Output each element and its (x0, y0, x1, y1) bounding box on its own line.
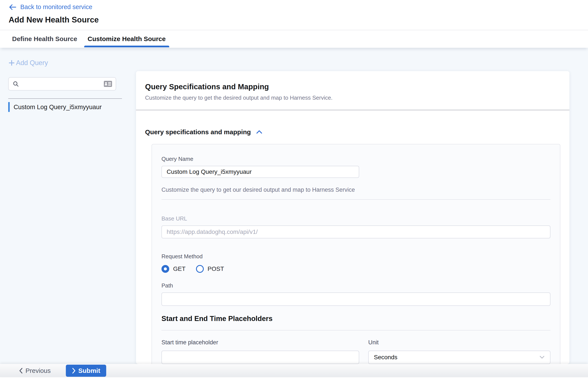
unit-label: Unit (368, 339, 551, 346)
base-url-input[interactable] (161, 226, 551, 238)
path-input[interactable] (161, 292, 551, 306)
page-title: Add New Health Source (9, 15, 588, 24)
radio-unselected-icon (196, 265, 204, 273)
back-arrow-icon (9, 4, 17, 10)
chevron-up-icon[interactable] (256, 130, 262, 134)
query-item-label: Custom Log Query_i5xmyyuaur (14, 104, 102, 111)
query-search-box (8, 77, 116, 91)
sidebar-divider (8, 98, 122, 99)
query-list: Custom Log Query_i5xmyyuaur (8, 100, 122, 114)
back-to-monitored-service-link[interactable]: Back to monitored service (9, 3, 588, 11)
section-header[interactable]: Query specifications and mapping (145, 128, 560, 136)
query-sidebar: Add Query Custom Log Query_i5xmyyuaur (0, 48, 136, 364)
time-placeholders-heading: Start and End Time Placeholders (161, 315, 551, 323)
chevron-left-icon (19, 367, 23, 374)
header-top: Back to monitored service Add New Health… (0, 0, 588, 30)
radio-label: POST (208, 266, 224, 272)
tab-label: Define Health Source (12, 35, 77, 43)
chevron-down-icon (539, 355, 545, 359)
radio-option-get[interactable]: GET (161, 265, 186, 273)
plus-icon (8, 59, 15, 66)
tab-define-health-source[interactable]: Define Health Source (12, 30, 77, 47)
card-title: Query Specifications and Mapping (145, 82, 560, 91)
query-name-label: Query Name (161, 156, 551, 162)
tab-bar: Define Health Source Customize Health So… (0, 30, 588, 47)
base-url-label: Base URL (161, 215, 551, 222)
card-header-divider (136, 110, 570, 110)
search-icon (13, 81, 19, 87)
query-name-helper-text: Customize the query to get our desired o… (161, 187, 551, 193)
request-method-label: Request Method (161, 253, 551, 260)
unit-select-value: Seconds (374, 354, 539, 361)
submit-button-label: Submit (78, 367, 100, 374)
selected-query-indicator (8, 102, 10, 112)
unit-field: Unit Seconds (368, 339, 551, 364)
tab-label: Customize Health Source (88, 35, 166, 43)
time-placeholder-row: Start time placeholder Unit Seconds (161, 339, 551, 364)
path-label: Path (161, 282, 551, 289)
card-body: Query specifications and mapping Query N… (136, 128, 570, 364)
section-title: Query specifications and mapping (145, 128, 251, 136)
form-divider (161, 330, 551, 330)
request-method-radio-group: GET POST (161, 265, 551, 273)
content-area: Add Query Custom Log Query_i5xmyyuaur (0, 48, 588, 364)
start-time-label: Start time placeholder (161, 339, 359, 346)
radio-label: GET (173, 266, 186, 272)
query-search-input[interactable] (22, 81, 104, 87)
active-tab-underline (84, 46, 169, 47)
submit-button[interactable]: Submit (66, 365, 106, 377)
tab-customize-health-source[interactable]: Customize Health Source (88, 30, 166, 47)
query-list-item[interactable]: Custom Log Query_i5xmyyuaur (8, 100, 122, 114)
radio-selected-icon (161, 265, 169, 273)
add-query-label: Add Query (16, 59, 48, 67)
query-mapping-card: Query Specifications and Mapping Customi… (136, 71, 570, 364)
page-header: Back to monitored service Add New Health… (0, 0, 588, 48)
back-link-label: Back to monitored service (20, 3, 92, 11)
card-header: Query Specifications and Mapping Customi… (136, 71, 570, 110)
add-query-button[interactable]: Add Query (8, 59, 48, 67)
query-name-input[interactable] (161, 166, 359, 178)
start-time-field: Start time placeholder (161, 339, 359, 364)
start-time-input[interactable] (161, 351, 359, 364)
query-spec-form: Query Name Customize the query to get ou… (152, 144, 560, 364)
form-divider (161, 199, 551, 200)
previous-button-label: Previous (25, 367, 51, 374)
wizard-footer: Previous Submit (0, 364, 588, 380)
radio-option-post[interactable]: POST (196, 265, 224, 273)
unit-select[interactable]: Seconds (368, 351, 551, 364)
chevron-right-icon (72, 367, 76, 374)
footer-bar: Previous Submit (0, 364, 588, 377)
card-subtitle: Customize the query to get the desired o… (145, 95, 560, 101)
previous-button[interactable]: Previous (19, 367, 51, 374)
id-card-icon[interactable] (104, 81, 112, 87)
